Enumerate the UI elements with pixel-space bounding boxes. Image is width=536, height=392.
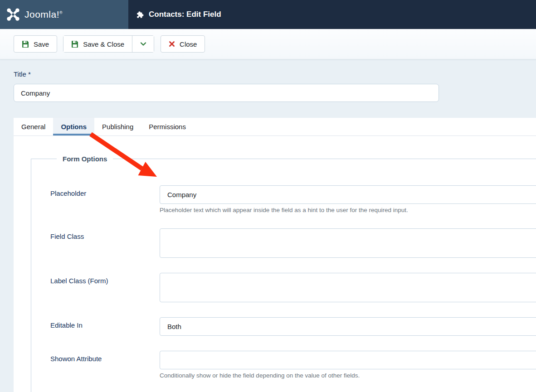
editable-in-select[interactable]: Both	[160, 317, 536, 336]
logo-wordmark: Joomla!®	[24, 9, 63, 20]
form-row-placeholder: Placeholder Placeholder text which will …	[31, 185, 536, 213]
puzzle-piece-icon	[136, 10, 144, 19]
placeholder-hint-text: Placeholder text which will appear insid…	[160, 207, 536, 213]
placeholder-input[interactable]	[160, 185, 536, 204]
save-and-close-button[interactable]: Save & Close	[63, 36, 132, 52]
label-class-textarea[interactable]	[160, 273, 536, 302]
edit-field-tab-panel: General Options Publishing Permissions F…	[14, 118, 536, 392]
form-row-editable-in: Editable In Both	[31, 317, 536, 336]
joomla-logo-icon	[6, 8, 20, 21]
tab-publishing[interactable]: Publishing	[94, 118, 141, 136]
field-class-textarea[interactable]	[160, 228, 536, 258]
save-and-close-button-label: Save & Close	[83, 40, 124, 48]
form-options-fieldset: Form Options Placeholder Placeholder tex…	[31, 155, 536, 392]
form-row-label-class: Label Class (Form)	[31, 273, 536, 302]
joomla-logo-area[interactable]: Joomla!®	[0, 0, 128, 29]
form-options-legend: Form Options	[57, 155, 113, 163]
field-class-label: Field Class	[50, 232, 84, 240]
page-title: Contacts: Edit Field	[149, 10, 221, 19]
showon-attribute-hint-text: Conditionally show or hide the field dep…	[160, 372, 536, 379]
form-row-showon-attribute: Showon Attribute Conditionally show or h…	[31, 351, 536, 379]
header-title-bar: Contacts: Edit Field	[128, 0, 536, 29]
toolbar: Save Save & Close	[0, 29, 536, 59]
x-icon	[169, 41, 175, 47]
trademark-symbol: ®	[59, 10, 63, 15]
editable-in-label: Editable In	[50, 321, 83, 329]
close-button-label: Close	[180, 40, 197, 48]
tab-options[interactable]: Options	[53, 118, 94, 136]
save-close-button-group: Save & Close	[63, 35, 154, 53]
showon-attribute-input[interactable]	[160, 351, 536, 369]
close-button[interactable]: Close	[161, 35, 205, 53]
floppy-disk-icon	[22, 40, 29, 48]
chevron-down-icon	[140, 40, 147, 48]
app-header: Joomla!® Contacts: Edit Field	[0, 0, 536, 29]
tab-bar: General Options Publishing Permissions	[14, 118, 536, 136]
showon-attribute-label: Showon Attribute	[50, 355, 102, 363]
label-class-label: Label Class (Form)	[50, 277, 108, 285]
title-input[interactable]	[14, 84, 439, 102]
title-label: Title *	[14, 70, 31, 78]
form-row-field-class: Field Class	[31, 228, 536, 258]
save-button[interactable]: Save	[14, 35, 57, 53]
floppy-disk-icon	[71, 40, 78, 48]
tab-general[interactable]: General	[14, 118, 53, 136]
save-options-dropdown-button[interactable]	[132, 36, 154, 52]
placeholder-label: Placeholder	[50, 189, 86, 197]
save-button-label: Save	[34, 40, 49, 48]
title-section: Title *	[0, 59, 536, 102]
tab-permissions[interactable]: Permissions	[141, 118, 194, 136]
